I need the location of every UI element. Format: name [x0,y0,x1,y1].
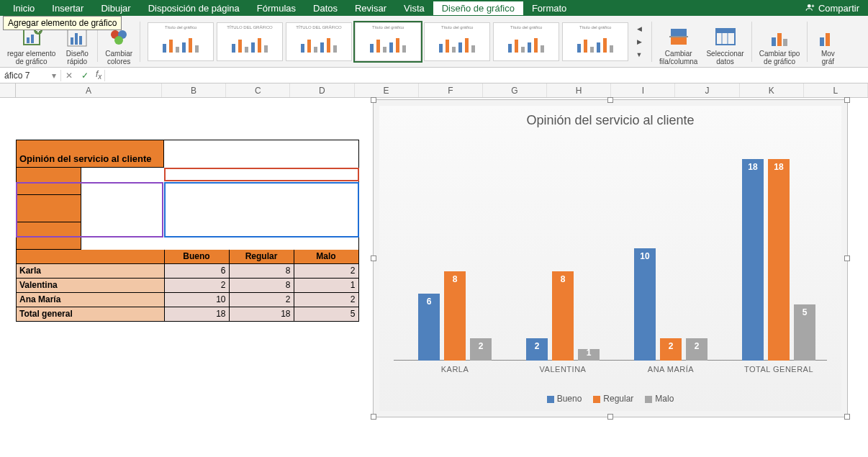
chart-style-6[interactable]: Título del gráfico [493,22,559,61]
chart-style-3[interactable]: TÍTULO DEL GRÁFICO [286,22,352,61]
chart-bar[interactable]: 8 [444,271,466,361]
gallery-more-icon[interactable]: ▼ [634,50,644,60]
chart-bar[interactable]: 18 [768,159,790,361]
menu-diseno-grafico[interactable]: Diseño de gráfico [433,1,523,15]
chart-plot-area[interactable]: 682KARLA281VALENTINA1022ANA MARÍA18185TO… [394,142,827,361]
worksheet[interactable]: A B C D E F G H I J K L Opinión del serv… [0,83,868,457]
pivot-row-name[interactable]: Karla [17,263,165,278]
chart-bar[interactable]: 6 [418,294,440,361]
chart-bar-group[interactable]: 281VALENTINA [509,271,617,361]
fx-icon[interactable]: fx [93,69,104,81]
confirm-formula-icon[interactable]: ✓ [77,71,93,81]
chart-bar[interactable]: 5 [794,304,815,361]
pivot-cell[interactable]: 2 [294,292,358,307]
menu-datos[interactable]: Datos [304,1,346,15]
pivot-cell[interactable]: 1 [294,278,358,292]
move-chart-button[interactable]: Mov gráf [810,17,845,65]
pivot-cell[interactable]: 18 [164,307,229,321]
pivot-row-name[interactable]: Total general [17,307,165,321]
resize-handle[interactable] [371,414,376,420]
col-header-regular[interactable]: Regular [229,250,294,263]
change-colors-label1: Cambiar [105,50,132,58]
pivot-row-name[interactable]: Valentina [17,278,165,292]
col-header-J[interactable]: J [675,83,739,97]
menu-formato[interactable]: Formato [523,1,575,15]
pivot-cell[interactable]: 8 [229,263,294,278]
chart-bar[interactable]: 18 [742,159,764,361]
chart-bar[interactable]: 2 [660,338,682,361]
menu-dibujar[interactable]: Dibujar [92,1,139,15]
name-box[interactable]: áfico 7 [0,71,52,81]
embedded-chart[interactable]: Opinión del servicio al cliente 682KARLA… [373,99,848,417]
chart-style-2[interactable]: TÍTULO DEL GRÁFICO [217,22,283,61]
resize-handle[interactable] [844,97,850,103]
thumb-cap: TÍTULO DEL GRÁFICO [286,25,351,30]
chart-bar[interactable]: 1 [578,349,600,361]
chart-style-7[interactable]: Título del gráfico [562,22,628,61]
menu-insertar[interactable]: Insertar [43,1,92,15]
pivot-table[interactable]: Opinión del servicio al cliente Bueno Re… [16,140,359,322]
chart-bar[interactable]: 2 [470,338,492,361]
pivot-cell[interactable]: 6 [164,263,229,278]
resize-handle[interactable] [844,255,850,261]
cancel-formula-icon[interactable]: ✕ [61,71,77,81]
col-header-I[interactable]: I [611,83,675,97]
legend-item[interactable]: Regular [593,394,633,404]
pivot-cell[interactable]: 8 [229,278,294,292]
pivot-row-name[interactable]: Ana María [17,292,165,307]
switch-row-column-button[interactable]: Cambiar fila/columna [655,17,702,65]
chart-style-4[interactable]: Título del gráfico [355,22,421,61]
select-data-button[interactable]: Seleccionar datos [702,17,748,65]
chart-bar[interactable]: 10 [634,248,656,361]
menu-disposicion[interactable]: Disposición de página [140,1,248,15]
chart-bar[interactable]: 2 [526,338,548,361]
chart-bar[interactable]: 8 [552,271,574,361]
pivot-cell[interactable]: 18 [229,307,294,321]
pivot-title-cell[interactable]: Opinión del servicio al cliente [17,140,164,168]
menu-formulas[interactable]: Fórmulas [248,1,304,15]
col-header-L[interactable]: L [804,83,868,97]
menu-inicio[interactable]: Inicio [4,1,43,15]
col-header-malo[interactable]: Malo [294,250,358,263]
chart-bar-group[interactable]: 18185TOTAL GENERAL [725,159,833,361]
chart-legend[interactable]: BuenoRegularMalo [379,394,841,404]
col-header-bueno[interactable]: Bueno [164,250,229,263]
resize-handle[interactable] [607,414,613,420]
share-button[interactable]: Compartir [801,1,864,16]
pivot-cell[interactable]: 2 [229,292,294,307]
pivot-cell[interactable]: 10 [164,292,229,307]
resize-handle[interactable] [371,255,376,261]
chart-title[interactable]: Opinión del servicio al cliente [379,106,841,132]
col-header-E[interactable]: E [355,83,419,97]
chart-bar[interactable]: 2 [686,338,707,361]
chart-bar-group[interactable]: 682KARLA [401,271,509,361]
menu-vista[interactable]: Vista [395,1,433,15]
resize-handle[interactable] [371,97,376,103]
col-header-H[interactable]: H [547,83,611,97]
pivot-cell[interactable]: 2 [164,278,229,292]
gallery-prev-icon[interactable]: ◀ [634,24,644,34]
legend-item[interactable]: Bueno [547,394,582,404]
gallery-next-icon[interactable]: ▶ [634,37,644,47]
col-header-K[interactable]: K [740,83,804,97]
change-chart-type-button[interactable]: Cambiar tipo de gráfico [755,17,805,65]
col-header-A[interactable]: A [16,83,162,97]
pivot-cell[interactable]: 5 [294,307,358,321]
menu-revisar[interactable]: Revisar [346,1,395,15]
col-header-B[interactable]: B [162,83,226,97]
resize-handle[interactable] [844,414,850,420]
legend-item[interactable]: Malo [645,394,674,404]
col-header-C[interactable]: C [226,83,290,97]
col-header-D[interactable]: D [290,83,354,97]
bar-data-label: 2 [526,341,548,351]
chart-style-5[interactable]: Título del gráfico [424,22,490,61]
svg-rect-21 [820,37,824,46]
pivot-cell[interactable]: 2 [294,263,358,278]
col-header-F[interactable]: F [419,83,483,97]
resize-handle[interactable] [607,97,613,103]
name-box-dropdown-icon[interactable]: ▾ [52,71,60,81]
chart-bar-group[interactable]: 1022ANA MARÍA [617,248,725,361]
chart-style-1[interactable]: Título del gráfico [148,22,214,61]
col-header-G[interactable]: G [483,83,547,97]
select-all-corner[interactable] [0,83,16,97]
